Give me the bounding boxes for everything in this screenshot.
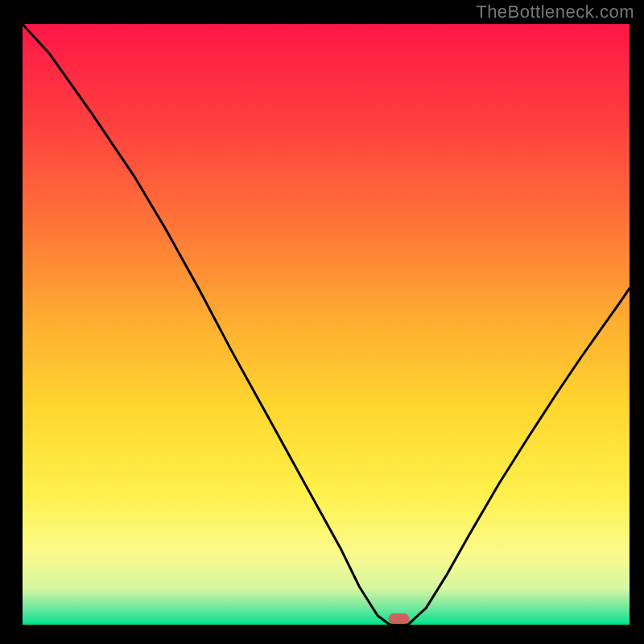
optimal-marker [389,613,410,624]
baseline-strip [23,622,630,625]
chart-container: { "watermark": "TheBottleneck.com", "cha… [0,0,644,644]
chart-svg [0,0,644,644]
watermark-text: TheBottleneck.com [476,2,634,23]
gradient-background [23,24,630,625]
